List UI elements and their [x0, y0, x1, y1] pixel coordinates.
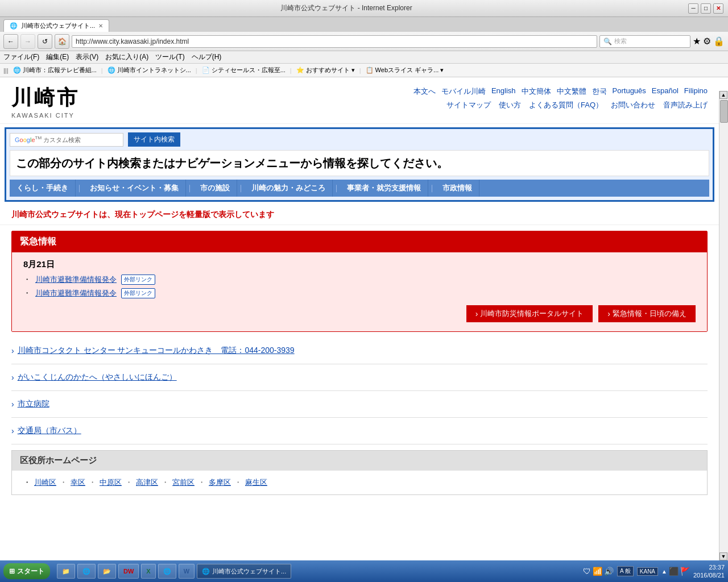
nav-howto[interactable]: 使い方	[499, 100, 521, 110]
scroll-thumb[interactable]	[720, 100, 728, 123]
ward-bullet: ・	[23, 477, 31, 488]
bookmark-icon-1: 🌐	[13, 66, 21, 74]
transport-link[interactable]: 交通局（市バス）	[18, 426, 81, 436]
ward-takatsu[interactable]: 高津区	[136, 477, 158, 488]
back-button[interactable]: ←	[3, 34, 18, 49]
menu-file[interactable]: ファイル(F)	[3, 52, 39, 62]
taskbar-active-window[interactable]: 🌐 川崎市公式ウェブサイト...	[197, 564, 291, 579]
nav-korean[interactable]: 한국	[592, 86, 607, 97]
nav-spanish[interactable]: Español	[652, 86, 679, 97]
active-tab[interactable]: 🌐 川崎市公式ウェブサイト... ✕	[3, 19, 109, 32]
ime-indicator[interactable]: A 般	[617, 566, 634, 576]
safety-icon[interactable]: 🔒	[713, 36, 725, 47]
nav-filipino[interactable]: Filipino	[684, 86, 708, 97]
taskbar-app-dw[interactable]: DW	[118, 564, 139, 579]
tools-icon[interactable]: ⚙	[703, 36, 711, 47]
nav-oshirase[interactable]: お知らせ・イベント・募集	[83, 180, 186, 197]
link-item-foreign: › がいこくじんのかたへ（やさしいにほんご）	[11, 364, 708, 391]
bookmark-label-4: おすすめサイト ▾	[306, 66, 355, 74]
bookmark-label-3: シティセールス・広報至...	[212, 66, 286, 74]
bookmark-4[interactable]: ⭐ おすすめサイト ▾	[296, 66, 355, 74]
menu-help[interactable]: ヘルプ(H)	[192, 52, 222, 62]
taskbar-app-ie-icon[interactable]: 🌐	[77, 564, 96, 579]
menu-edit[interactable]: 編集(E)	[46, 52, 69, 62]
nav-shisei[interactable]: 市政情報	[436, 180, 479, 197]
emergency-buttons: 川崎市防災情報ポータルサイト 緊急情報・日頃の備え	[23, 305, 696, 322]
nav-voice[interactable]: 音声読み上げ	[663, 100, 708, 110]
emergency-section: 緊急情報 8月21日 ・ 川崎市避難準備情報発令 外部リンク ・ 川崎市避難準備…	[11, 231, 708, 332]
taskbar-app-folder[interactable]: 📁	[57, 564, 75, 579]
nav-shisetsu[interactable]: 市の施設	[193, 180, 237, 197]
emergency-link-2-text[interactable]: 川崎市避難準備情報発令	[35, 288, 117, 298]
links-section: › 川崎市コンタクト センター サンキューコールかわさき 電話：044-200-…	[0, 338, 719, 444]
nav-contact[interactable]: お問い合わせ	[611, 100, 655, 110]
lang-nav: 本文へ モバイル川崎 English 中文簡体 中文繁體 한국 Portuguê…	[413, 86, 708, 97]
favorites-icon[interactable]: ★	[693, 36, 701, 47]
bousai-portal-button[interactable]: 川崎市防災情報ポータルサイト	[466, 305, 593, 322]
forward-button[interactable]: →	[20, 34, 35, 49]
taskbar-tray-icons: 🛡 📶 🔊	[583, 567, 614, 576]
nav-portuguese[interactable]: Português	[613, 86, 646, 97]
explorer-icon: 📂	[103, 568, 111, 575]
nav-chinese-simplified[interactable]: 中文簡体	[522, 86, 551, 97]
menu-tools[interactable]: ツール(T)	[155, 52, 184, 62]
emergency-link-1-text[interactable]: 川崎市避難準備情報発令	[35, 275, 117, 285]
status-notice: 川崎市公式ウェブサイトは、現在トップページを軽量版で表示しています	[0, 205, 719, 225]
taskbar-app-excel[interactable]: X	[141, 564, 155, 579]
ward-saiwai[interactable]: 幸区	[71, 477, 85, 488]
ext-badge-1: 外部リンク	[121, 275, 155, 285]
address-bar[interactable]: http://www.city.kawasaki.jp/index.html	[72, 35, 597, 48]
refresh-button[interactable]: ↺	[38, 34, 52, 49]
window-controls[interactable]: ─ □ ✕	[688, 3, 723, 14]
taskbar-app-word[interactable]: W	[179, 564, 195, 579]
nav-search-box[interactable]: 🔍 検索	[599, 35, 690, 48]
ward-nakahara[interactable]: 中原区	[100, 477, 122, 488]
nav-midokoro[interactable]: 川崎の魅力・みどころ	[245, 180, 333, 197]
close-button[interactable]: ✕	[713, 3, 723, 14]
tray-security-icon: 🛡	[583, 567, 591, 576]
tab-close-btn[interactable]: ✕	[98, 23, 103, 29]
bookmark-label-1: 川崎市：広報テレビ番組...	[23, 66, 97, 74]
announcement-text: この部分のサイト内検索またはナビゲーションメニューから情報を探してください。	[10, 150, 709, 176]
ward-sep-1: ・	[60, 477, 67, 488]
hospital-link[interactable]: 市立病院	[18, 399, 49, 409]
foreign-link[interactable]: がいこくじんのかたへ（やさしいにほんご）	[18, 372, 177, 383]
minimize-button[interactable]: ─	[688, 3, 698, 14]
contact-link[interactable]: 川崎市コンタクト センター サンキューコールかわさき 電話：044-200-39…	[18, 346, 295, 356]
nav-english[interactable]: English	[491, 86, 516, 97]
menu-favorites[interactable]: お気に入り(A)	[105, 52, 148, 62]
taskbar-app-ie2[interactable]: 🌐	[158, 564, 176, 579]
scroll-down-arrow[interactable]: ▼	[719, 552, 727, 560]
nav-jigyosha[interactable]: 事業者・就労支援情報	[340, 180, 428, 197]
ime-kana[interactable]: KANA	[637, 567, 658, 576]
maximize-button[interactable]: □	[701, 3, 711, 14]
nav-kurashi[interactable]: くらし・手続き	[10, 180, 76, 197]
nav-honbun[interactable]: 本文へ	[413, 86, 436, 97]
ward-miyamae[interactable]: 宮前区	[172, 477, 195, 488]
bookmark-5[interactable]: 📋 Webスライス ギャラ... ▾	[366, 66, 444, 74]
taskbar-right: 🛡 📶 🔊 A 般 KANA ▲ ⬛ 🚩 23:37 2016/08/21	[583, 563, 725, 580]
tab-bar: 🌐 川崎市公式ウェブサイト... ✕	[0, 17, 728, 32]
ward-asao[interactable]: 麻生区	[245, 477, 267, 488]
taskbar-more-icons[interactable]: ▲ ⬛ 🚩	[661, 567, 690, 576]
start-button[interactable]: ⊞ スタート	[3, 563, 50, 579]
ward-tama[interactable]: 多摩区	[209, 477, 231, 488]
home-button[interactable]: 🏠	[55, 34, 69, 49]
ward-kawasaki[interactable]: 川崎区	[34, 477, 56, 488]
emergency-prepare-button[interactable]: 緊急情報・日頃の備え	[598, 305, 696, 322]
nav-mobile[interactable]: モバイル川崎	[441, 86, 486, 97]
google-search-box[interactable]: GoogleTM カスタム検索	[10, 133, 123, 147]
site-search-button[interactable]: サイト内検索	[128, 132, 180, 147]
nav-sitemap[interactable]: サイトマップ	[446, 100, 491, 110]
bookmark-3[interactable]: 📄 シティセールス・広報至...	[202, 66, 286, 74]
nav-faq[interactable]: よくある質問（FAQ）	[529, 100, 603, 110]
scroll-up-arrow[interactable]: ▲	[719, 91, 727, 99]
emergency-link-1: ・ 川崎市避難準備情報発令 外部リンク	[23, 275, 696, 285]
search-placeholder: 検索	[614, 37, 627, 45]
bookmark-2[interactable]: 🌐 川崎市イントラネットシ...	[107, 66, 191, 74]
bookmark-1[interactable]: 🌐 川崎市：広報テレビ番組...	[13, 66, 97, 74]
nav-chinese-traditional[interactable]: 中文繁體	[557, 86, 586, 97]
scrollbar[interactable]: ▲ ▼	[719, 91, 728, 560]
menu-view[interactable]: 表示(V)	[76, 52, 98, 62]
taskbar-app-explorer[interactable]: 📂	[98, 564, 116, 579]
